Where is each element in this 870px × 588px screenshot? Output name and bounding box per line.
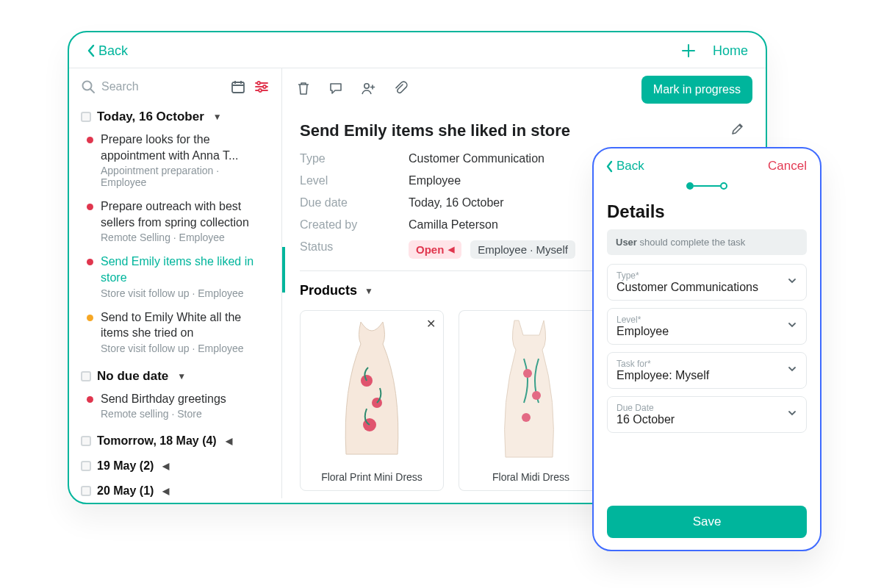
task-item[interactable]: Prepare looks for the appointment with A… <box>75 129 276 196</box>
label-status: Status <box>300 240 409 259</box>
assign-button[interactable] <box>360 80 376 99</box>
status-chip-who[interactable]: Employee · Myself <box>470 240 575 259</box>
svg-point-3 <box>263 85 266 88</box>
value-due: Today, 16 October <box>409 196 504 209</box>
hint-bold: User <box>616 237 637 248</box>
task-meta: Appointment preparation · Employee <box>101 165 264 188</box>
group-header[interactable]: Today, 16 October ▼ <box>69 102 276 129</box>
save-button[interactable]: Save <box>607 506 807 538</box>
field-value: 16 October <box>616 413 797 426</box>
calendar-button[interactable] <box>230 79 246 95</box>
label-createdby: Created by <box>300 218 409 232</box>
group-heading: No due date <box>97 369 168 384</box>
status-dot-icon <box>87 396 93 403</box>
product-card[interactable]: Floral Midi Dress <box>459 310 603 491</box>
status-dot-icon <box>87 259 93 265</box>
step-dot <box>720 182 727 190</box>
products-heading[interactable]: Products▼ <box>300 283 373 298</box>
delete-button[interactable] <box>295 80 312 99</box>
checkbox-icon <box>81 436 91 446</box>
tablet-topbar: Back Home <box>69 32 766 68</box>
back-label: Back <box>98 43 128 59</box>
product-card[interactable]: ✕ Floral Print Mini Dress <box>300 310 444 491</box>
caret-left-icon: ◀ <box>448 245 454 254</box>
field-due-date[interactable]: Due Date 16 October <box>607 396 807 433</box>
caret-down-icon: ▼ <box>177 371 186 381</box>
group-header-collapsed[interactable]: 19 May (2) ◀ <box>69 452 276 477</box>
edit-button[interactable] <box>730 121 745 140</box>
group-header-collapsed[interactable]: Tomorrow, 18 May (4) ◀ <box>69 427 276 452</box>
task-title: Prepare looks for the appointment with A… <box>101 132 264 163</box>
search-placeholder: Search <box>101 80 139 93</box>
group-header[interactable]: No due date ▼ <box>69 362 276 388</box>
mark-in-progress-button[interactable]: Mark in progress <box>641 76 752 104</box>
sidebar: Search Today, 16 <box>69 68 282 498</box>
task-item[interactable]: Send to Emily White all the items she tr… <box>75 306 276 362</box>
product-name: Floral Midi Dress <box>492 471 569 483</box>
chevron-down-icon <box>787 364 797 377</box>
group-header-collapsed[interactable]: 20 May (1) ◀ <box>69 477 276 498</box>
svg-rect-1 <box>232 82 244 93</box>
chip-label: Open <box>416 243 444 256</box>
paperclip-icon <box>392 80 409 96</box>
task-item[interactable]: Send Birthday greetings Remote selling ·… <box>75 388 276 428</box>
svg-point-0 <box>83 82 92 90</box>
value-level: Employee <box>409 174 461 187</box>
label-level: Level <box>300 174 409 187</box>
task-meta: Store visit follow up · Employee <box>101 343 264 354</box>
comment-button[interactable] <box>328 80 344 99</box>
product-name: Floral Print Mini Dress <box>321 471 423 483</box>
field-label: Level* <box>616 315 797 325</box>
dress-icon <box>331 315 412 462</box>
field-label: Task for* <box>616 359 797 369</box>
task-meta: Remote Selling · Employee <box>101 232 264 243</box>
label-due: Due date <box>300 196 409 209</box>
detail-title: Send Emily items she liked in store <box>300 121 570 140</box>
chevron-left-icon <box>87 44 96 57</box>
chevron-left-icon <box>605 160 614 173</box>
home-link[interactable]: Home <box>713 43 748 59</box>
calendar-icon <box>230 79 246 95</box>
status-dot-icon <box>87 315 93 321</box>
task-item-selected[interactable]: Send Emily items she liked in store Stor… <box>75 251 276 306</box>
task-item[interactable]: Prepare outreach with best sellers from … <box>75 196 276 251</box>
phone-back-label: Back <box>616 159 644 173</box>
phone-back-button[interactable]: Back <box>605 159 644 173</box>
remove-product-button[interactable]: ✕ <box>426 317 436 331</box>
step-line <box>694 185 720 187</box>
dress-icon <box>491 315 572 462</box>
status-dot-icon <box>87 204 93 210</box>
field-value: Employee: Myself <box>616 369 797 382</box>
field-value: Employee <box>616 325 797 338</box>
value-createdby: Camilla Peterson <box>409 218 498 232</box>
caret-left-icon: ◀ <box>162 461 169 471</box>
task-title: Send to Emily White all the items she tr… <box>101 309 264 341</box>
product-image <box>459 311 603 465</box>
caret-down-icon: ▼ <box>364 286 373 296</box>
add-button[interactable] <box>680 43 697 59</box>
group-heading: Tomorrow, 18 May (4) <box>97 434 217 448</box>
svg-point-9 <box>523 369 532 378</box>
phone-hint: User should complete the task <box>607 229 807 255</box>
status-chip-open[interactable]: Open◀ <box>409 240 461 259</box>
phone-window: Back Cancel Details User should complete… <box>592 147 822 551</box>
field-value: Customer Communications <box>616 281 797 294</box>
group-heading: 20 May (1) <box>97 484 154 498</box>
search-icon <box>81 79 96 94</box>
plus-icon <box>680 43 697 59</box>
field-type[interactable]: Type* Customer Communications <box>607 264 807 301</box>
value-type: Customer Communication <box>409 152 544 165</box>
svg-point-5 <box>364 84 369 88</box>
field-level[interactable]: Level* Employee <box>607 308 807 345</box>
task-meta: Store visit follow up · Employee <box>101 287 264 299</box>
group-heading: 19 May (2) <box>97 459 154 473</box>
attach-button[interactable] <box>392 80 409 99</box>
back-button[interactable]: Back <box>87 43 128 59</box>
chevron-down-icon <box>787 320 797 333</box>
checkbox-icon <box>81 486 91 496</box>
status-dot-icon <box>87 137 93 143</box>
phone-cancel-button[interactable]: Cancel <box>768 159 807 173</box>
search-input[interactable]: Search <box>81 79 223 94</box>
field-task-for[interactable]: Task for* Employee: Myself <box>607 352 807 389</box>
filter-button[interactable] <box>254 79 270 95</box>
